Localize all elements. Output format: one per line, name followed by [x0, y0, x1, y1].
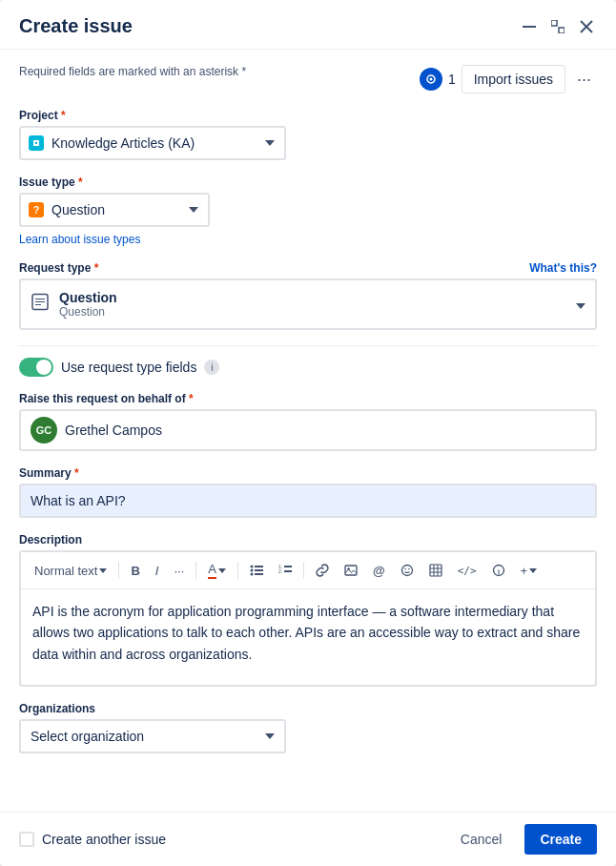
minimize-button[interactable] [519, 22, 540, 31]
svg-rect-26 [430, 565, 441, 576]
summary-label: Summary * [19, 466, 597, 480]
summary-group: Summary * [19, 466, 597, 518]
svg-rect-0 [523, 26, 536, 28]
svg-point-23 [401, 566, 412, 576]
footer-buttons: Cancel Create [445, 824, 597, 855]
header-actions [519, 16, 597, 37]
svg-point-15 [251, 573, 254, 576]
link-button[interactable] [310, 560, 335, 581]
behalf-group: Raise this request on behalf of * GC Gre… [19, 392, 597, 451]
mention-button[interactable]: @ [367, 560, 391, 582]
description-group: Description Normal text B I ··· A [19, 533, 597, 687]
toggle-info-icon[interactable]: i [204, 360, 219, 375]
svg-point-13 [251, 569, 254, 572]
font-color-button[interactable]: A [202, 558, 232, 583]
summary-input[interactable] [19, 484, 597, 518]
bold-button[interactable]: B [125, 560, 145, 582]
svg-text:i: i [498, 568, 500, 575]
create-another-checkbox[interactable] [19, 832, 34, 847]
editor-content[interactable]: API is the acronym for application progr… [21, 589, 595, 685]
emoji-button[interactable] [395, 560, 420, 581]
request-type-group: Request type * What's this? Question Que… [19, 261, 597, 330]
organizations-group: Organizations Select organization [19, 702, 597, 753]
behalf-field[interactable]: GC Grethel Campos [19, 409, 597, 451]
create-another-label[interactable]: Create another issue [19, 832, 166, 847]
svg-rect-20 [284, 570, 292, 572]
svg-rect-16 [255, 573, 263, 575]
modal-header: Create issue [0, 0, 616, 50]
svg-point-25 [408, 568, 410, 570]
more-options-button[interactable]: ··· [571, 66, 597, 93]
organization-select[interactable]: Select organization [19, 719, 286, 753]
svg-point-11 [251, 566, 254, 568]
request-type-name: Question [59, 290, 561, 305]
request-type-selector[interactable]: Question Question [19, 278, 597, 330]
issue-type-group: Issue type * ? Question Learn about issu… [19, 175, 597, 246]
editor-toolbar: Normal text B I ··· A [21, 552, 595, 589]
watch-icon [420, 68, 442, 91]
toggle-knob [36, 360, 51, 375]
modal-footer: Create another issue Cancel Create [0, 812, 616, 866]
toolbar-sep-4 [303, 562, 304, 579]
request-type-sub: Question [59, 305, 561, 319]
create-button[interactable]: Create [524, 824, 597, 855]
project-select[interactable]: Knowledge Articles (KA) [19, 126, 286, 160]
description-label: Description [19, 533, 597, 546]
svg-rect-2 [559, 28, 565, 33]
svg-rect-14 [255, 569, 263, 571]
svg-text:2.: 2. [278, 568, 282, 574]
modal-body: Required fields are marked with an aster… [0, 50, 616, 812]
modal-title: Create issue [19, 15, 133, 37]
svg-rect-1 [551, 20, 557, 26]
toolbar-sep-3 [237, 562, 238, 579]
expand-button[interactable] [547, 16, 568, 37]
svg-rect-21 [345, 566, 357, 575]
close-button[interactable] [576, 16, 597, 37]
text-style-button[interactable]: Normal text [29, 560, 113, 582]
issue-type-wrap: ? Question [19, 193, 210, 227]
org-select-wrap: Select organization [19, 719, 286, 753]
request-type-fields-toggle[interactable] [19, 358, 53, 377]
description-editor: Normal text B I ··· A [19, 550, 597, 687]
required-note: Required fields are marked with an aster… [19, 65, 246, 78]
code-button[interactable]: </> [452, 561, 483, 581]
bullet-list-button[interactable] [244, 561, 269, 580]
svg-point-6 [429, 78, 432, 81]
behalf-label: Raise this request on behalf of * [19, 392, 597, 405]
toolbar-sep-1 [118, 562, 119, 579]
italic-button[interactable]: I [150, 560, 165, 582]
watch-count: 1 [448, 72, 456, 87]
info-button[interactable]: i [486, 560, 511, 581]
divider-1 [19, 345, 597, 346]
behalf-name: Grethel Campos [65, 423, 585, 438]
learn-link[interactable]: Learn about issue types [19, 233, 597, 246]
issue-type-icon: ? [29, 202, 44, 217]
request-chevron-icon [576, 297, 585, 312]
top-bar: Required fields are marked with an aster… [19, 65, 597, 93]
whats-this-link[interactable]: What's this? [529, 261, 597, 275]
request-type-label: Request type * What's this? [19, 261, 597, 275]
svg-point-24 [404, 568, 406, 570]
table-button[interactable] [423, 560, 448, 581]
more-insert-button[interactable]: + [515, 560, 544, 582]
issue-type-label: Issue type * [19, 175, 597, 189]
more-format-button[interactable]: ··· [168, 560, 190, 582]
project-select-wrap: Knowledge Articles (KA) [19, 126, 286, 160]
cancel-button[interactable]: Cancel [445, 824, 518, 855]
toggle-row: Use request type fields i [19, 358, 597, 377]
organizations-label: Organizations [19, 702, 597, 715]
toolbar-sep-2 [195, 562, 196, 579]
svg-rect-18 [284, 566, 292, 567]
toggle-label: Use request type fields [61, 360, 196, 375]
project-icon [29, 135, 44, 151]
watch-section: 1 Import issues ··· [420, 65, 597, 93]
project-label: Project * [19, 109, 597, 122]
issue-type-select[interactable]: Question [19, 193, 210, 227]
project-group: Project * Knowledge Articles (KA) [19, 109, 597, 160]
svg-rect-12 [255, 566, 263, 567]
import-issues-button[interactable]: Import issues [462, 65, 565, 93]
image-button[interactable] [339, 560, 363, 581]
create-issue-modal: Create issue Required fields are marked … [0, 0, 616, 866]
ordered-list-button[interactable]: 1.2. [273, 561, 298, 580]
request-type-icon [31, 293, 50, 317]
